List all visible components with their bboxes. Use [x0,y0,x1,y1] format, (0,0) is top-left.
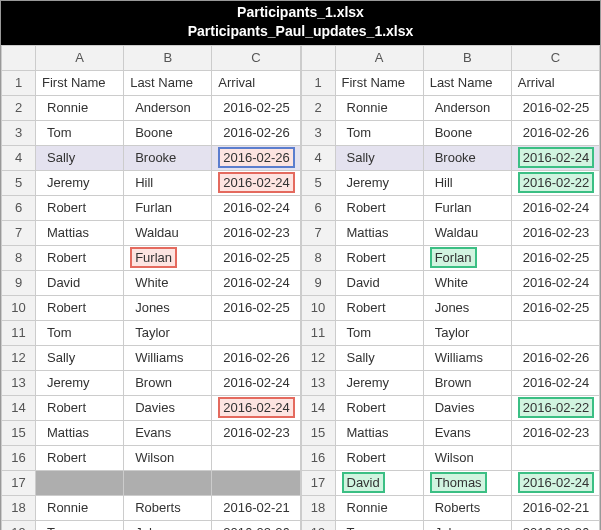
cell[interactable]: 2016-02-25 [511,245,599,270]
cell[interactable]: 2016-02-23 [212,420,300,445]
cell[interactable]: Robert [335,195,423,220]
cell[interactable]: Waldau [423,220,511,245]
cell[interactable]: 2016-02-24 [212,370,300,395]
cell[interactable]: 2016-02-21 [511,495,599,520]
cell[interactable]: Tom [335,120,423,145]
col-header-b[interactable]: B [423,45,511,70]
cell[interactable]: 2016-02-24 [212,170,300,195]
cell[interactable]: Robert [36,245,124,270]
col-header-c[interactable]: C [511,45,599,70]
cell[interactable]: Wilson [124,445,212,470]
cell[interactable]: 2016-02-24 [511,195,599,220]
row-header[interactable]: 10 [2,295,36,320]
cell[interactable]: Mattias [36,420,124,445]
cell[interactable]: Robert [335,245,423,270]
row-header[interactable]: 13 [2,370,36,395]
cell[interactable]: David [36,270,124,295]
cell[interactable]: Jones [124,295,212,320]
cell[interactable]: Williams [124,345,212,370]
cell[interactable]: Sally [335,145,423,170]
cell[interactable]: White [423,270,511,295]
row-header[interactable]: 15 [2,420,36,445]
cell[interactable]: 2016-02-24 [511,145,599,170]
cell[interactable]: Taylor [124,320,212,345]
cell[interactable]: Last Name [124,70,212,95]
cell[interactable]: Tom [335,320,423,345]
cell[interactable]: 2016-02-23 [511,220,599,245]
cell[interactable] [212,470,300,495]
cell[interactable]: 2016-02-23 [511,420,599,445]
cell[interactable] [124,470,212,495]
row-header[interactable]: 2 [2,95,36,120]
cell[interactable]: 2016-02-26 [212,145,300,170]
cell[interactable]: 2016-02-24 [511,270,599,295]
cell[interactable]: Tom [335,520,423,530]
cell[interactable]: Robert [36,395,124,420]
row-header[interactable]: 2 [301,95,335,120]
cell[interactable]: Brown [124,370,212,395]
cell[interactable]: Robert [36,295,124,320]
row-header[interactable]: 14 [2,395,36,420]
cell[interactable]: First Name [36,70,124,95]
row-header[interactable]: 12 [2,345,36,370]
cell[interactable]: Taylor [423,320,511,345]
cell[interactable]: Robert [335,395,423,420]
row-header[interactable]: 14 [301,395,335,420]
row-header[interactable]: 17 [301,470,335,495]
row-header[interactable]: 5 [301,170,335,195]
row-header[interactable]: 6 [2,195,36,220]
cell[interactable]: Arrival [511,70,599,95]
row-header[interactable]: 9 [301,270,335,295]
row-header[interactable]: 18 [301,495,335,520]
cell[interactable] [36,470,124,495]
col-header-b[interactable]: B [124,45,212,70]
row-header[interactable]: 10 [301,295,335,320]
cell[interactable]: 2016-02-23 [212,220,300,245]
cell[interactable]: Last Name [423,70,511,95]
cell[interactable]: 2016-02-26 [212,520,300,530]
cell[interactable]: Tom [36,120,124,145]
row-header[interactable]: 16 [301,445,335,470]
cell[interactable]: 2016-02-26 [511,520,599,530]
col-header-a[interactable]: A [36,45,124,70]
cell[interactable]: Jones [423,295,511,320]
cell[interactable]: Furlan [124,195,212,220]
row-header[interactable]: 7 [301,220,335,245]
cell[interactable]: David [335,470,423,495]
cell[interactable]: Hill [423,170,511,195]
row-header[interactable]: 16 [2,445,36,470]
cell[interactable] [212,445,300,470]
left-grid[interactable]: A B C 1 First Name Last Name Arrival 2Ro… [1,45,301,530]
cell[interactable]: Roberts [423,495,511,520]
row-header[interactable]: 8 [2,245,36,270]
cell[interactable]: 2016-02-24 [212,270,300,295]
cell[interactable]: 2016-02-21 [212,495,300,520]
cell[interactable]: Williams [423,345,511,370]
cell[interactable]: Jeremy [36,170,124,195]
cell[interactable]: Robert [36,445,124,470]
col-header-a[interactable]: A [335,45,423,70]
row-header[interactable]: 7 [2,220,36,245]
cell[interactable] [511,445,599,470]
row-header[interactable]: 12 [301,345,335,370]
cell[interactable]: 2016-02-25 [212,245,300,270]
cell[interactable]: Hill [124,170,212,195]
corner-cell[interactable] [301,45,335,70]
cell[interactable]: Evans [124,420,212,445]
cell[interactable]: Davies [423,395,511,420]
row-header[interactable]: 4 [301,145,335,170]
cell[interactable]: Mattias [335,420,423,445]
row-header[interactable]: 1 [301,70,335,95]
cell[interactable]: White [124,270,212,295]
cell[interactable]: 2016-02-26 [212,120,300,145]
cell[interactable]: First Name [335,70,423,95]
cell[interactable]: Anderson [423,95,511,120]
cell[interactable]: Ronnie [36,95,124,120]
row-header[interactable]: 9 [2,270,36,295]
cell[interactable]: Sally [36,145,124,170]
row-header[interactable]: 13 [301,370,335,395]
cell[interactable]: 2016-02-24 [212,195,300,220]
cell[interactable]: 2016-02-26 [212,345,300,370]
cell[interactable]: Jeremy [335,170,423,195]
cell[interactable]: 2016-02-26 [511,120,599,145]
